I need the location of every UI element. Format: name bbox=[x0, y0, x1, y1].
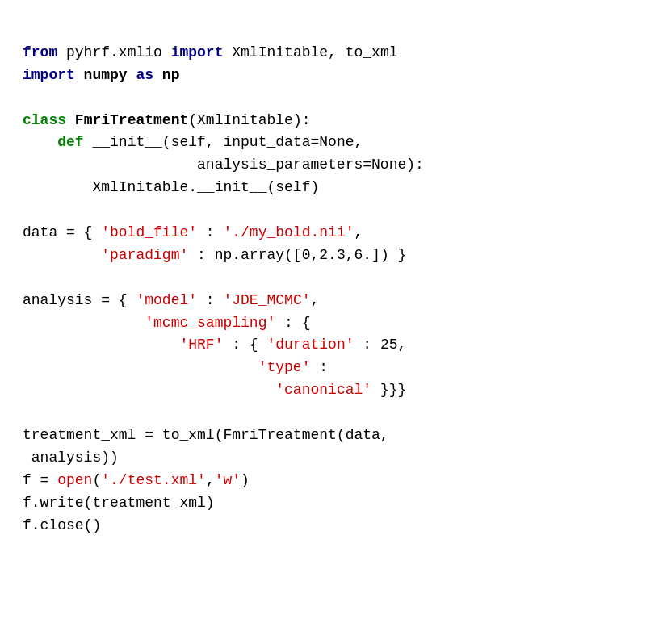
line-19: analysis)) bbox=[23, 450, 119, 466]
line-20: f = open('./test.xml','w') bbox=[23, 472, 250, 488]
line-14: 'HRF' : { 'duration' : 25, bbox=[23, 337, 406, 353]
line-2: import numpy as np bbox=[23, 67, 179, 83]
line-7: XmlInitable.__init__(self) bbox=[23, 179, 319, 195]
line-1: from pyhrf.xmlio import XmlInitable, to_… bbox=[23, 44, 398, 61]
line-16: 'canonical' }}} bbox=[23, 382, 406, 398]
line-21: f.write(treatment_xml) bbox=[23, 495, 215, 511]
line-9: data = { 'bold_file' : './my_bold.nii', bbox=[23, 224, 363, 240]
line-13: 'mcmc_sampling' : { bbox=[23, 315, 310, 331]
line-15: 'type' : bbox=[23, 359, 328, 375]
line-10: 'paradigm' : np.array([0,2.3,6.]) } bbox=[23, 247, 406, 263]
line-18: treatment_xml = to_xml(FmriTreatment(dat… bbox=[23, 427, 389, 443]
line-5: def __init__(self, input_data=None, bbox=[23, 134, 363, 150]
line-6: analysis_parameters=None): bbox=[23, 157, 424, 173]
line-12: analysis = { 'model' : 'JDE_MCMC', bbox=[23, 292, 319, 308]
line-22: f.close() bbox=[23, 517, 101, 533]
line-4: class FmriTreatment(XmlInitable): bbox=[23, 112, 311, 128]
code-display: from pyhrf.xmlio import XmlInitable, to_… bbox=[23, 19, 623, 537]
